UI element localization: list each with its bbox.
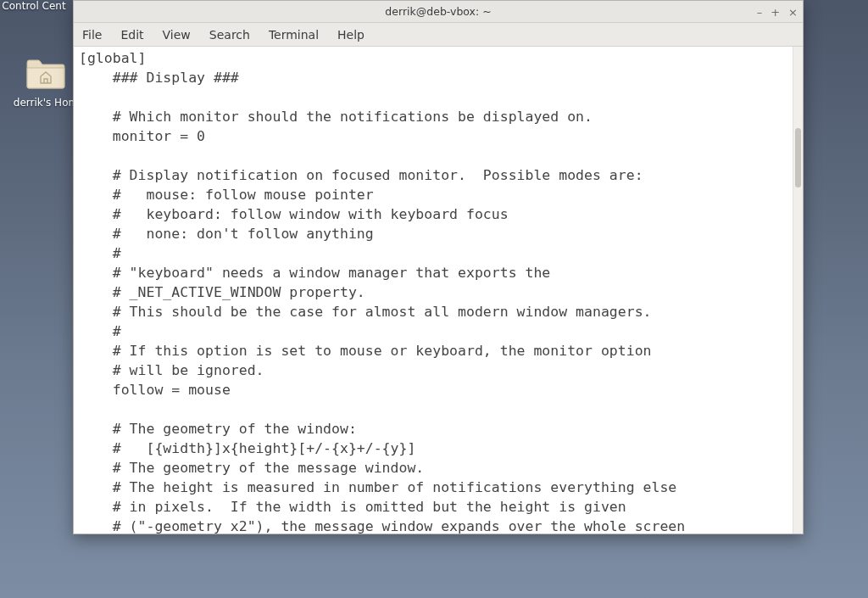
menu-file[interactable]: File — [82, 28, 102, 42]
maximize-button[interactable]: + — [771, 7, 780, 18]
scrollbar-thumb[interactable] — [795, 128, 801, 187]
scrollbar-track[interactable] — [793, 47, 803, 534]
close-button[interactable]: × — [788, 7, 798, 18]
terminal-window: derrik@deb-vbox: ~ – + × File Edit View … — [73, 0, 804, 534]
desktop-icon-label: derrik's Hom — [12, 97, 80, 109]
menu-view[interactable]: View — [163, 28, 191, 42]
menu-search[interactable]: Search — [209, 28, 250, 42]
menubar: File Edit View Search Terminal Help — [74, 23, 803, 47]
desktop-icon-control-center[interactable]: Control Cent — [0, 0, 68, 12]
menu-terminal[interactable]: Terminal — [269, 28, 319, 42]
menu-edit[interactable]: Edit — [120, 28, 143, 42]
window-title: derrik@deb-vbox: ~ — [385, 5, 491, 18]
terminal-text-area[interactable]: [global] ### Display ### # Which monitor… — [74, 47, 793, 534]
minimize-button[interactable]: – — [757, 7, 763, 18]
terminal-body: [global] ### Display ### # Which monitor… — [74, 47, 803, 534]
desktop-icon-home-folder[interactable]: derrik's Hom — [12, 53, 80, 109]
window-titlebar[interactable]: derrik@deb-vbox: ~ – + × — [74, 1, 803, 23]
window-controls: – + × — [757, 1, 798, 23]
desktop-icon-label: Control Cent — [0, 0, 68, 12]
home-folder-icon — [25, 53, 66, 93]
menu-help[interactable]: Help — [337, 28, 364, 42]
